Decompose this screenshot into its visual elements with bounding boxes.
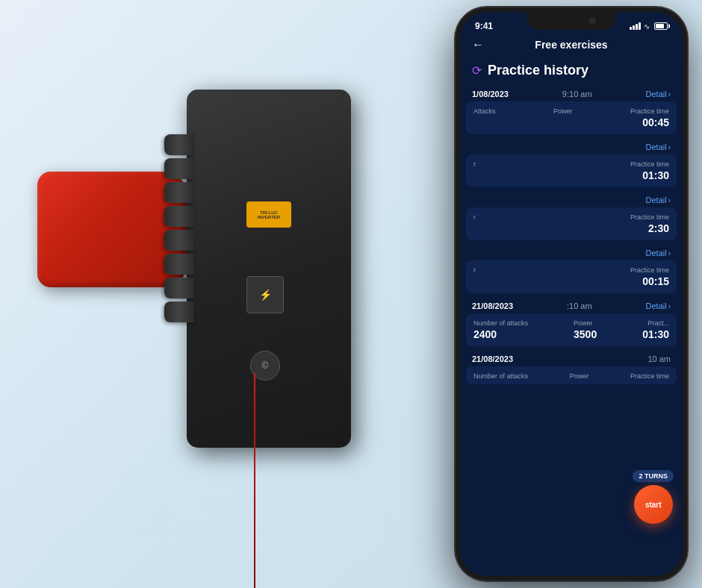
sessions-list: 1/08/2023 9:10 am Detail › Attacks Power — [460, 86, 683, 389]
wifi-icon: ∿ — [644, 22, 650, 31]
session-date-row-2: Detail › — [466, 139, 677, 154]
status-icons: ∿ — [630, 22, 668, 31]
background-device: TRI-LUCINVERTER ⚡ © — [0, 0, 388, 588]
app-header: ← Free exercises — [460, 34, 683, 57]
header-title: Free exercises — [535, 39, 607, 51]
status-time: 9:41 — [475, 21, 493, 31]
phone-container: 9:41 ∿ ← Free exercises — [456, 7, 687, 581]
session-date-row-6: 21/08/2023 10 am — [466, 351, 677, 366]
session-stats-1: Attacks Power Practice time 00:45 — [466, 101, 677, 134]
section-header: ⟳ Practice history — [460, 57, 683, 86]
session-date-row-3: Detail › — [466, 192, 677, 207]
signal-icon — [630, 22, 641, 30]
detail-link-1[interactable]: Detail › — [646, 90, 671, 98]
session-date-1: 1/08/2023 — [472, 90, 509, 98]
back-button[interactable]: ← — [472, 38, 484, 51]
session-time-1: 9:10 am — [562, 90, 592, 98]
session-date-row-5: 21/08/2023 :10 am Detail › — [466, 298, 677, 313]
session-time-6: 10 am — [647, 354, 671, 363]
session-date-row-4: Detail › — [466, 245, 677, 260]
start-button-container: 2 TURNS start — [633, 470, 674, 524]
session-date-5: 21/08/2023 — [472, 301, 513, 310]
phone-notch — [526, 12, 616, 30]
phone-body: 9:41 ∿ ← Free exercises — [456, 7, 687, 581]
session-stats-4: r Practice time 00:15 — [466, 260, 677, 293]
black-device: TRI-LUCINVERTER ⚡ © — [149, 90, 381, 478]
turns-badge: 2 TURNS — [633, 470, 674, 482]
session-stats-6: Number of attacks Power Practice time — [466, 366, 677, 384]
start-button[interactable]: start — [634, 485, 673, 524]
device-label: TRI-LUCINVERTER — [246, 201, 291, 228]
session-date-6: 21/08/2023 — [472, 354, 513, 363]
battery-icon — [654, 22, 668, 30]
session-date-row-1: 1/08/2023 9:10 am Detail › — [466, 86, 677, 101]
phone-screen: 9:41 ∿ ← Free exercises — [460, 12, 683, 576]
session-stats-2: r Practice time 01:30 — [466, 154, 677, 187]
session-stats-5: Number of attacks 2400 Power 3500 Pract.… — [466, 313, 677, 346]
detail-link-5[interactable]: Detail › — [646, 301, 671, 310]
device-symbol: ⚡ — [246, 276, 284, 313]
session-stats-3: r Practice time 2:30 — [466, 207, 677, 240]
detail-link-4[interactable]: Detail › — [646, 248, 671, 257]
section-title: Practice history — [488, 63, 588, 78]
session-time-5: :10 am — [567, 301, 592, 310]
detail-link-2[interactable]: Detail › — [646, 143, 671, 151]
history-icon: ⟳ — [472, 63, 482, 78]
detail-link-3[interactable]: Detail › — [646, 196, 671, 204]
cable — [254, 373, 255, 588]
